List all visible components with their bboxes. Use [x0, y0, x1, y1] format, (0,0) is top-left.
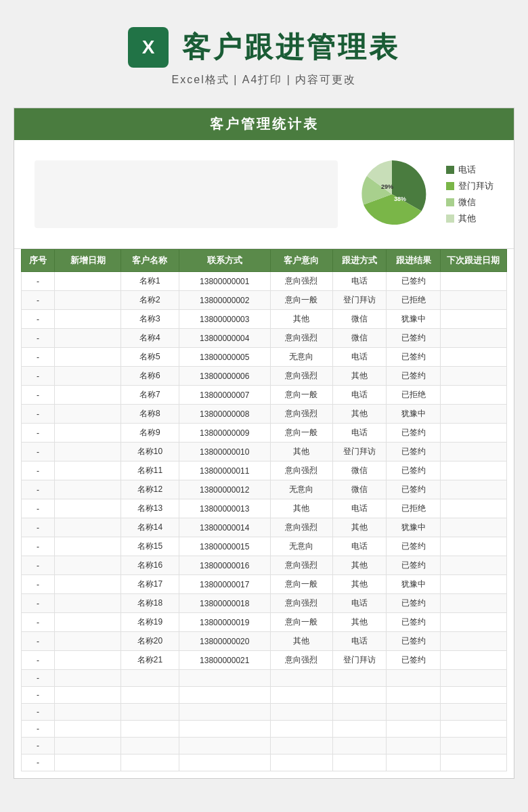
table-cell: 13800000016: [179, 556, 270, 575]
table-cell: 登门拜访: [332, 291, 387, 310]
table-cell: [121, 704, 179, 721]
table-cell: [55, 367, 121, 386]
table-cell: 已拒绝: [387, 291, 441, 310]
svg-rect-2: [446, 166, 454, 174]
table-cell: -: [22, 613, 55, 632]
table-cell: 13800000011: [179, 461, 270, 480]
table-cell: -: [22, 367, 55, 386]
table-cell: [55, 405, 121, 424]
section-title: 客户管理统计表: [14, 108, 514, 140]
table-cell: 电话: [332, 386, 387, 405]
table-cell: [55, 721, 121, 738]
table-cell: -: [22, 556, 55, 575]
page-title: 客户跟进管理表: [182, 28, 400, 66]
table-cell: 已签约: [387, 632, 441, 651]
table-cell: [440, 613, 506, 632]
th-phone: 联系方式: [179, 250, 270, 272]
th-seq: 序号: [22, 250, 55, 272]
table-cell: [55, 499, 121, 518]
table-cell: 已签约: [387, 480, 441, 499]
table-row: -名称2113800000021意向强烈登门拜访已签约: [22, 651, 507, 670]
table-cell: 已签约: [387, 556, 441, 575]
table-cell: 名称16: [121, 556, 179, 575]
table-cell: [179, 721, 270, 738]
table-cell: -: [22, 537, 55, 556]
table-cell: [55, 424, 121, 443]
table-cell: 13800000009: [179, 424, 270, 443]
table-cell: [121, 687, 179, 704]
table-row: -名称1713800000017意向一般其他犹豫中: [22, 575, 507, 594]
table-cell: [55, 310, 121, 329]
table-cell: -: [22, 291, 55, 310]
table-cell: [387, 704, 441, 721]
svg-rect-3: [446, 182, 454, 190]
table-cell: 名称10: [121, 443, 179, 461]
table-cell: 其他: [270, 443, 332, 461]
th-intent: 客户意向: [270, 250, 332, 272]
table-cell: -: [22, 704, 55, 721]
excel-icon-letter: X: [142, 37, 155, 58]
table-cell: -: [22, 670, 55, 687]
table-cell: 13800000006: [179, 367, 270, 386]
table-row: -名称1513800000015无意向电话已签约: [22, 537, 507, 556]
table-cell: -: [22, 687, 55, 704]
table-cell: 其他: [332, 405, 387, 424]
table-cell: -: [22, 480, 55, 499]
table-cell: [387, 738, 441, 754]
table-cell: 13800000014: [179, 518, 270, 537]
table-cell: [387, 721, 441, 738]
table-cell: 电话: [332, 594, 387, 613]
table-cell: [55, 704, 121, 721]
table-row: -名称1313800000013其他电话已拒绝: [22, 499, 507, 518]
chart-right: 29% 38% 电话 登门拜访 微信: [351, 154, 493, 235]
table-cell: 其他: [332, 518, 387, 537]
table-cell: [440, 480, 506, 499]
table-cell: 意向一般: [270, 613, 332, 632]
table-cell: -: [22, 405, 55, 424]
table-cell: [440, 754, 506, 771]
table-cell: [55, 575, 121, 594]
table-cell: 13800000004: [179, 329, 270, 348]
table-cell: 已签约: [387, 272, 441, 291]
table-cell: 电话: [332, 272, 387, 291]
table-cell: -: [22, 651, 55, 670]
table-body: -名称113800000001意向强烈电话已签约-名称213800000002意…: [22, 272, 507, 771]
table-cell: -: [22, 443, 55, 461]
th-method: 跟进方式: [332, 250, 387, 272]
table-cell: [121, 670, 179, 687]
table-row: -名称313800000003其他微信犹豫中: [22, 310, 507, 329]
svg-text:29%: 29%: [381, 183, 393, 190]
svg-rect-4: [446, 198, 454, 206]
table-cell: [440, 632, 506, 651]
table-row: -名称213800000002意向一般登门拜访已拒绝: [22, 291, 507, 310]
table-row: -名称1813800000018意向强烈电话已签约: [22, 594, 507, 613]
table-cell: [121, 738, 179, 754]
table-cell: 无意向: [270, 348, 332, 367]
table-row: -名称113800000001意向强烈电话已签约: [22, 272, 507, 291]
table-cell: 已签约: [387, 424, 441, 443]
table-row: -名称1013800000010其他登门拜访已签约: [22, 443, 507, 461]
table-cell: [55, 291, 121, 310]
th-result: 跟进结果: [387, 250, 441, 272]
table-cell: [332, 721, 387, 738]
table-cell: 已签约: [387, 594, 441, 613]
table-cell: [55, 594, 121, 613]
table-cell: [440, 367, 506, 386]
table-cell: [55, 272, 121, 291]
table-cell: [332, 687, 387, 704]
table-cell: [270, 738, 332, 754]
table-cell: -: [22, 329, 55, 348]
table-cell: 13800000013: [179, 499, 270, 518]
svg-rect-5: [446, 215, 454, 223]
table-row: -名称2013800000020其他电话已签约: [22, 632, 507, 651]
table-cell: [55, 518, 121, 537]
table-row: -: [22, 738, 507, 754]
table-cell: [332, 754, 387, 771]
table-cell: 名称7: [121, 386, 179, 405]
table-cell: 名称11: [121, 461, 179, 480]
table-cell: 13800000003: [179, 310, 270, 329]
table-cell: 其他: [270, 310, 332, 329]
table-cell: [55, 329, 121, 348]
table-cell: 犹豫中: [387, 518, 441, 537]
table-cell: [55, 480, 121, 499]
